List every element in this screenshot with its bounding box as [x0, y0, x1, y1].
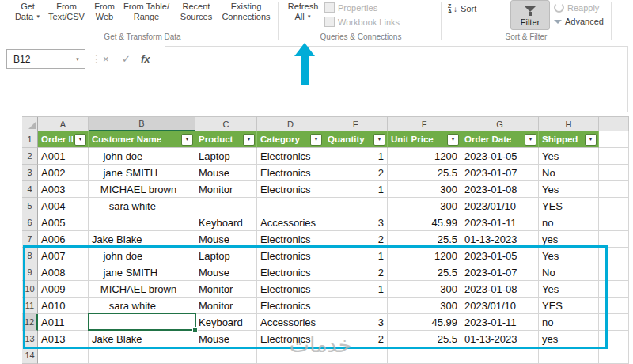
- cell-D2[interactable]: Electronics: [257, 148, 324, 165]
- cell-E2[interactable]: 1: [324, 148, 388, 165]
- filter-dropdown-button[interactable]: ▼: [310, 134, 322, 146]
- cell-H14[interactable]: [539, 347, 599, 364]
- cell-D6[interactable]: Accessories: [257, 214, 324, 231]
- column-header-C[interactable]: C: [195, 117, 257, 131]
- column-header-A[interactable]: A: [38, 117, 89, 131]
- cell-H1[interactable]: Shipped▼: [539, 131, 599, 148]
- formula-bar-separator-dots[interactable]: ⋮: [91, 52, 102, 65]
- row-header-3[interactable]: 3: [22, 165, 38, 181]
- formula-input[interactable]: [165, 46, 628, 112]
- cell-F14[interactable]: [388, 347, 461, 364]
- get-data-button[interactable]: Get Data ▼: [9, 2, 46, 22]
- cell-A14[interactable]: [38, 347, 89, 364]
- column-header-G[interactable]: G: [461, 117, 539, 131]
- cell-F1[interactable]: Unit Price▼: [388, 131, 461, 148]
- cell-I6[interactable]: [599, 214, 629, 231]
- cell-C14[interactable]: [195, 347, 257, 364]
- row-header-4[interactable]: 4: [22, 181, 38, 198]
- cell-H5[interactable]: YES: [539, 198, 599, 214]
- column-header-F[interactable]: F: [388, 117, 461, 131]
- reapply-button[interactable]: Reapply: [554, 2, 599, 13]
- cell-I2[interactable]: [599, 148, 629, 165]
- cell-G2[interactable]: 2023-01-05: [461, 148, 539, 165]
- cell-G1[interactable]: Order Date▼: [461, 131, 539, 148]
- name-box[interactable]: B12 ▼: [6, 49, 85, 69]
- column-header-partial[interactable]: [599, 117, 629, 131]
- filter-dropdown-button[interactable]: ▼: [74, 134, 86, 146]
- column-header-B[interactable]: B: [89, 117, 195, 131]
- cell-C5[interactable]: [195, 198, 257, 214]
- cell-I14[interactable]: [599, 347, 629, 364]
- row-header-5[interactable]: 5: [22, 198, 38, 214]
- row-header-1[interactable]: 1: [22, 131, 38, 148]
- cell-E5[interactable]: [324, 198, 388, 214]
- cell-F4[interactable]: 300: [388, 181, 461, 198]
- cell-E6[interactable]: 3: [324, 214, 388, 231]
- cell-B5[interactable]: sara white: [89, 198, 195, 214]
- cell-F3[interactable]: 25.5: [388, 165, 461, 181]
- cell-H6[interactable]: no: [539, 214, 599, 231]
- column-header-D[interactable]: D: [257, 117, 324, 131]
- select-all-corner[interactable]: [22, 117, 38, 131]
- cell-E4[interactable]: 1: [324, 181, 388, 198]
- enter-button[interactable]: ✓: [122, 53, 131, 65]
- cell-D3[interactable]: Electronics: [257, 165, 324, 181]
- cell-B14[interactable]: [89, 347, 195, 364]
- cell-A2[interactable]: A001: [38, 148, 89, 165]
- cell-B2[interactable]: john doe: [89, 148, 195, 165]
- properties-button[interactable]: Properties: [324, 2, 377, 13]
- cell-A4[interactable]: A003: [38, 181, 89, 198]
- filter-dropdown-button[interactable]: ▼: [585, 134, 597, 146]
- cell-B6[interactable]: [89, 214, 195, 231]
- name-box-chevron-icon[interactable]: ▼: [70, 57, 85, 62]
- from-table-range-button[interactable]: From Table/ Range: [119, 2, 174, 22]
- cell-C1[interactable]: Product▼: [195, 131, 257, 148]
- cell-G14[interactable]: [461, 347, 539, 364]
- cell-G3[interactable]: 2023-01-07: [461, 165, 539, 181]
- cell-I3[interactable]: [599, 165, 629, 181]
- insert-function-button[interactable]: fx: [141, 53, 150, 65]
- cell-G5[interactable]: 2023/01/10: [461, 198, 539, 214]
- cell-C4[interactable]: Monitor: [195, 181, 257, 198]
- cancel-button[interactable]: ×: [103, 53, 109, 65]
- cell-A3[interactable]: A002: [38, 165, 89, 181]
- cell-C3[interactable]: Mouse: [195, 165, 257, 181]
- column-header-H[interactable]: H: [539, 117, 599, 131]
- cell-H2[interactable]: Yes: [539, 148, 599, 165]
- cell-G4[interactable]: 2023-01-08: [461, 181, 539, 198]
- filter-dropdown-button[interactable]: ▼: [525, 134, 536, 146]
- column-header-E[interactable]: E: [324, 117, 388, 131]
- cell-A1[interactable]: Order ID▼: [38, 131, 89, 148]
- cell-E1[interactable]: Quantity▼: [324, 131, 388, 148]
- cell-B3[interactable]: jane SMITH: [89, 165, 195, 181]
- cell-I1[interactable]: [599, 131, 629, 148]
- workbook-links-button[interactable]: Workbook Links: [324, 17, 400, 27]
- filter-dropdown-button[interactable]: ▼: [447, 134, 459, 146]
- advanced-button[interactable]: Advanced: [554, 17, 604, 26]
- cell-G6[interactable]: 2023-01-11: [461, 214, 539, 231]
- cell-H3[interactable]: No: [539, 165, 599, 181]
- cell-I5[interactable]: [599, 198, 629, 214]
- cell-F2[interactable]: 1200: [388, 148, 461, 165]
- from-text-csv-button[interactable]: From Text/CSV: [44, 2, 89, 22]
- row-header-6[interactable]: 6: [22, 214, 38, 231]
- cell-A5[interactable]: A004: [38, 198, 89, 214]
- cell-F6[interactable]: 45.99: [388, 214, 461, 231]
- filter-dropdown-button[interactable]: ▼: [373, 134, 385, 146]
- sort-button[interactable]: Z A ↓ Sort: [448, 3, 476, 14]
- row-header-14[interactable]: 14: [22, 347, 38, 364]
- cell-C2[interactable]: Laptop: [195, 148, 257, 165]
- cell-B4[interactable]: MICHAEL brown: [89, 181, 195, 198]
- filter-dropdown-button[interactable]: ▼: [243, 134, 255, 146]
- cell-D4[interactable]: Electronics: [257, 181, 324, 198]
- cell-D5[interactable]: [257, 198, 324, 214]
- row-header-2[interactable]: 2: [22, 148, 38, 165]
- cell-A6[interactable]: A005: [38, 214, 89, 231]
- cell-H4[interactable]: Yes: [539, 181, 599, 198]
- filter-dropdown-button[interactable]: ▼: [181, 134, 193, 146]
- cell-F5[interactable]: 300: [388, 198, 461, 214]
- cell-E3[interactable]: 2: [324, 165, 388, 181]
- cell-I4[interactable]: [599, 181, 629, 198]
- refresh-all-button[interactable]: Refresh All ▼: [282, 2, 324, 22]
- filter-button[interactable]: Filter: [510, 0, 550, 30]
